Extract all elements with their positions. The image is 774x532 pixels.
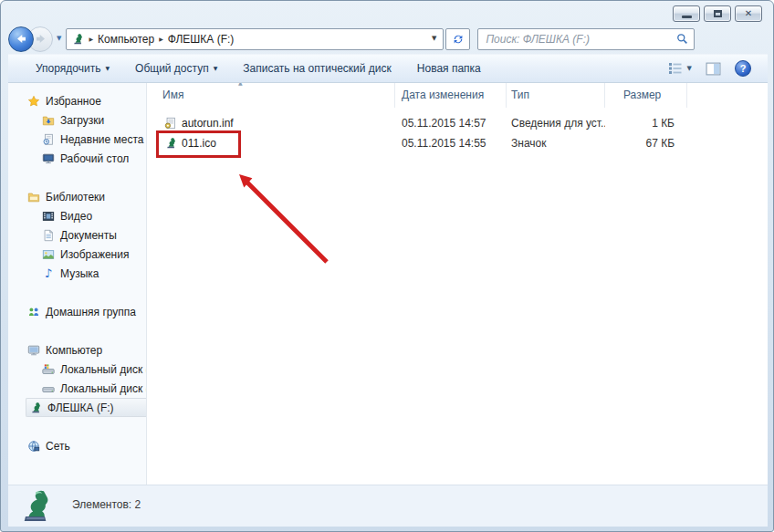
sidebar-item-favorites[interactable]: Избранное bbox=[8, 91, 146, 110]
document-icon bbox=[42, 229, 55, 242]
setup-information-file-icon bbox=[164, 117, 177, 130]
sort-ascending-icon: ▲ bbox=[238, 83, 243, 86]
column-header-label: Тип bbox=[511, 89, 529, 101]
chevron-down-icon: ▼ bbox=[687, 66, 692, 72]
file-date: 05.11.2015 14:57 bbox=[395, 117, 507, 130]
search-icon[interactable] bbox=[676, 33, 688, 45]
maximize-icon bbox=[714, 10, 722, 17]
sidebar-item-flash-drive[interactable]: ФЛЕШКА (F:) bbox=[26, 398, 146, 417]
close-button[interactable]: ✕ bbox=[735, 5, 762, 22]
file-date: 05.11.2015 14:55 bbox=[395, 137, 507, 150]
sidebar-item-label: Загрузки bbox=[60, 114, 104, 127]
sidebar-item-libraries[interactable]: Библиотеки bbox=[8, 187, 146, 206]
help-icon: ? bbox=[740, 63, 747, 74]
navigation-pane: Избранное Загрузки Недавние места bbox=[8, 83, 147, 485]
change-view-button[interactable]: ▼ bbox=[668, 62, 692, 75]
explorer-window: ✕ ▼ ▶ Компьютер ▶ ФЛЕШКА (F:) ▼ bbox=[0, 0, 774, 532]
burn-disc-button[interactable]: Записать на оптический диск bbox=[237, 58, 397, 78]
sidebar-item-label: Локальный диск (D bbox=[60, 382, 147, 395]
sidebar-item-label: Рабочий стол bbox=[60, 152, 129, 165]
refresh-button[interactable] bbox=[445, 28, 470, 50]
status-bar: Элементов: 2 bbox=[8, 485, 768, 527]
main-content: Избранное Загрузки Недавние места bbox=[8, 83, 768, 485]
sidebar-item-video[interactable]: Видео bbox=[8, 206, 146, 225]
search-box bbox=[477, 28, 695, 50]
search-input[interactable] bbox=[484, 32, 676, 47]
sidebar-item-label: Видео bbox=[60, 210, 92, 223]
highlight-rectangle-annotation bbox=[156, 130, 241, 158]
column-header-name[interactable]: ▲ Имя bbox=[147, 83, 395, 108]
back-button[interactable] bbox=[8, 26, 34, 52]
breadcrumb-separator-icon: ▶ bbox=[159, 37, 163, 42]
sidebar-item-label: ФЛЕШКА (F:) bbox=[47, 402, 114, 414]
flash-drive-icon bbox=[71, 33, 84, 46]
organize-button[interactable]: Упорядочить ▼ bbox=[30, 58, 115, 78]
recent-pages-dropdown[interactable]: ▼ bbox=[57, 36, 61, 42]
sidebar-item-label: Недавние места bbox=[60, 133, 143, 146]
favorites-group: Избранное Загрузки Недавние места bbox=[8, 91, 146, 168]
sidebar-item-label: Музыка bbox=[60, 267, 99, 280]
navigation-bar: ▼ ▶ Компьютер ▶ ФЛЕШКА (F:) ▼ bbox=[8, 25, 768, 53]
column-header-label: Дата изменения bbox=[402, 89, 484, 101]
sidebar-item-documents[interactable]: Документы bbox=[8, 225, 146, 245]
address-bar[interactable]: ▶ Компьютер ▶ ФЛЕШКА (F:) ▼ bbox=[66, 28, 444, 50]
minimize-button[interactable] bbox=[673, 5, 700, 22]
hard-drive-icon bbox=[42, 382, 55, 395]
system-drive-icon bbox=[42, 363, 55, 376]
sidebar-item-downloads[interactable]: Загрузки bbox=[8, 110, 146, 130]
video-icon bbox=[42, 210, 55, 223]
help-button[interactable]: ? bbox=[735, 60, 751, 77]
share-button[interactable]: Общий доступ ▼ bbox=[130, 58, 223, 78]
items-count-label: Элементов: 2 bbox=[72, 498, 141, 511]
sidebar-item-network[interactable]: Сеть bbox=[8, 436, 146, 455]
computer-group: Компьютер Локальный диск (C Локальный ди… bbox=[8, 340, 146, 417]
sidebar-item-label: Домашняя группа bbox=[46, 306, 136, 318]
network-icon bbox=[27, 440, 40, 453]
file-type: Значок bbox=[507, 137, 605, 150]
command-toolbar: Упорядочить ▼ Общий доступ ▼ Записать на… bbox=[8, 54, 768, 83]
sidebar-item-label: Сеть bbox=[46, 440, 70, 453]
toolbar-buttons: Упорядочить ▼ Общий доступ ▼ Записать на… bbox=[30, 58, 486, 78]
breadcrumb-segment-drive[interactable]: ФЛЕШКА (F:) bbox=[168, 33, 235, 46]
column-header-label: Имя bbox=[162, 89, 183, 101]
sidebar-item-label: Изображения bbox=[60, 248, 129, 261]
forward-arrow-icon bbox=[34, 32, 47, 46]
new-folder-button[interactable]: Новая папка bbox=[412, 58, 486, 78]
window-controls: ✕ bbox=[673, 5, 762, 22]
column-header-type[interactable]: Тип bbox=[507, 83, 605, 108]
column-header-size[interactable]: Размер bbox=[605, 83, 687, 108]
libraries-group: Библиотеки Видео Документы bbox=[8, 187, 146, 283]
sidebar-item-label: Избранное bbox=[46, 95, 101, 108]
file-name: autorun.inf bbox=[182, 117, 234, 130]
sidebar-item-local-disk-d[interactable]: Локальный диск (D bbox=[8, 379, 146, 398]
sidebar-item-music[interactable]: ♪ Музыка bbox=[8, 264, 146, 283]
sidebar-item-computer[interactable]: Компьютер bbox=[8, 340, 146, 360]
recent-places-icon bbox=[42, 133, 55, 146]
star-icon bbox=[27, 95, 40, 108]
file-size: 67 КБ bbox=[605, 137, 687, 150]
close-icon: ✕ bbox=[745, 9, 752, 18]
flash-drive-large-icon bbox=[16, 487, 54, 526]
address-dropdown-icon[interactable]: ▼ bbox=[432, 36, 436, 42]
toolbar-right: ▼ ? bbox=[668, 60, 751, 77]
maximize-button[interactable] bbox=[704, 5, 731, 22]
column-header-date-modified[interactable]: Дата изменения bbox=[395, 83, 507, 108]
views-icon bbox=[668, 62, 683, 75]
sidebar-item-homegroup[interactable]: Домашняя группа bbox=[8, 302, 146, 321]
minimize-icon bbox=[682, 16, 692, 18]
sidebar-item-recent-places[interactable]: Недавние места bbox=[8, 130, 146, 149]
column-header-empty bbox=[687, 83, 768, 108]
music-note-icon: ♪ bbox=[42, 267, 55, 280]
back-arrow-icon bbox=[15, 32, 28, 46]
breadcrumb-separator-icon: ▶ bbox=[89, 37, 93, 42]
network-group: Сеть bbox=[8, 436, 146, 455]
sidebar-item-desktop[interactable]: Рабочий стол bbox=[8, 149, 146, 168]
breadcrumb-segment-computer[interactable]: Компьютер bbox=[98, 33, 154, 46]
sidebar-item-pictures[interactable]: Изображения bbox=[8, 245, 146, 264]
share-label: Общий доступ bbox=[135, 62, 209, 75]
sidebar-item-local-disk-c[interactable]: Локальный диск (C bbox=[8, 360, 146, 379]
file-size: 1 КБ bbox=[605, 117, 687, 130]
file-type: Сведения для уст... bbox=[507, 117, 605, 130]
preview-pane-button[interactable] bbox=[706, 62, 721, 76]
pictures-icon bbox=[42, 248, 55, 261]
